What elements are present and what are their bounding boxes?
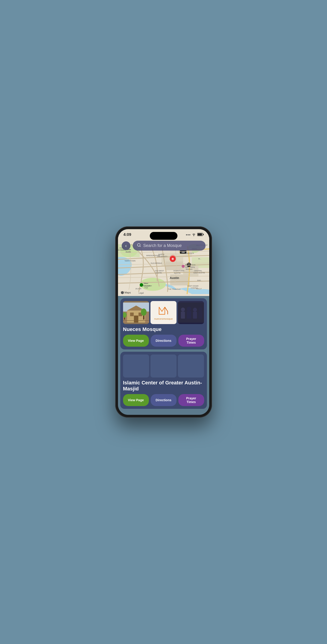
svg-text:AUSTIN: AUSTIN [174, 272, 180, 274]
svg-text:M...: M... [198, 258, 201, 260]
svg-rect-62 [130, 312, 134, 316]
svg-text:Bullock Texas: Bullock Texas [185, 264, 195, 266]
svg-rect-77 [193, 312, 197, 319]
nueces-img-people [178, 301, 204, 324]
phone-frame: 4:09 [115, 226, 212, 418]
nueces-img-building [123, 301, 149, 324]
mosque-card-nueces: nuecesmosque [120, 298, 207, 350]
mosque-card-icga: Islamic Center of Greater Austin- Masjid… [120, 352, 207, 409]
svg-text:Zilker: Zilker [144, 282, 148, 284]
icga-prayer-times-button[interactable]: Prayer Times [178, 394, 204, 406]
svg-text:UNIVERSITY: UNIVERSITY [157, 256, 167, 258]
svg-rect-75 [187, 311, 191, 318]
svg-rect-79 [199, 311, 202, 318]
svg-rect-2 [203, 234, 204, 235]
search-placeholder-text: Search for a Mosque [143, 243, 182, 248]
svg-point-72 [181, 308, 185, 312]
signal-dots [186, 234, 190, 236]
mosque-list: nuecesmosque [118, 296, 209, 415]
icga-img-2 [150, 354, 177, 378]
mosque-name-icga: Islamic Center of Greater Austin- Masjid [123, 380, 204, 392]
status-icons [186, 233, 204, 237]
svg-text:NORTH: NORTH [158, 253, 164, 256]
nueces-actions: View Page Directions Prayer Times [123, 335, 204, 347]
svg-text:EAST AUSTIN: EAST AUSTIN [194, 272, 205, 274]
svg-text:HOLLY: HOLLY [196, 288, 202, 290]
nueces-images: nuecesmosque [123, 301, 204, 324]
maps-legal-text: Legal [139, 292, 144, 294]
icga-img-3 [178, 354, 204, 378]
svg-text:CENTRAL: CENTRAL [194, 270, 202, 272]
icga-actions: View Page Directions Prayer Times [123, 394, 204, 406]
svg-text:DOWNTOWN: DOWNTOWN [173, 270, 184, 272]
wifi-icon [192, 233, 196, 237]
svg-point-66 [141, 309, 146, 316]
svg-text:OLD ENFIELD: OLD ENFIELD [150, 262, 162, 264]
status-time: 4:09 [124, 232, 131, 237]
search-input-container[interactable]: Search for a Mosque [133, 241, 206, 250]
search-icon [137, 243, 141, 248]
icga-images [123, 354, 204, 378]
maps-credit: Maps [121, 291, 131, 294]
back-button[interactable]: ‹ [122, 242, 130, 250]
svg-text:Metropolitan: Metropolitan [142, 285, 152, 287]
nueces-prayer-times-button[interactable]: Prayer Times [178, 335, 204, 347]
svg-rect-64 [134, 316, 138, 323]
svg-text:THE TRIANGLE: THE TRIANGLE [168, 288, 180, 290]
icga-directions-button[interactable]: Directions [151, 394, 177, 406]
svg-text:EAST CESAR: EAST CESAR [187, 285, 198, 287]
svg-point-50 [182, 265, 185, 268]
nueces-directions-button[interactable]: Directions [151, 335, 177, 347]
svg-text:AUSTIN: AUSTIN [155, 272, 162, 274]
svg-text:ZILKER: ZILKER [135, 288, 142, 290]
svg-point-78 [199, 307, 202, 311]
mosque-name-nueces: Nueces Mosque [123, 326, 204, 332]
svg-text:TARRYTOWN: TARRYTOWN [124, 260, 136, 262]
svg-point-76 [193, 308, 197, 312]
svg-text:EAS...: EAS... [197, 280, 202, 282]
svg-point-74 [187, 307, 191, 311]
battery-icon [197, 233, 204, 237]
search-bar: ‹ Search for a Mosque [122, 241, 206, 250]
nueces-img-logo: nuecesmosque [150, 301, 177, 324]
svg-rect-73 [181, 312, 185, 319]
svg-text:HANCOCK: HANCOCK [185, 252, 194, 254]
icga-view-page-button[interactable]: View Page [123, 394, 149, 406]
phone-screen: 4:09 [118, 229, 209, 415]
svg-text:Austin: Austin [170, 276, 179, 280]
svg-text:Museum: Museum [186, 268, 192, 270]
svg-marker-70 [159, 307, 165, 314]
nueces-view-page-button[interactable]: View Page [123, 335, 149, 347]
svg-text:Park: Park [145, 287, 148, 289]
svg-text:OLD WEST: OLD WEST [155, 270, 164, 272]
nueces-logo-text: nuecesmosque [154, 318, 173, 320]
icga-img-1 [123, 354, 149, 378]
svg-rect-1 [197, 233, 202, 236]
back-chevron-icon: ‹ [125, 243, 127, 248]
svg-text:State History: State History [185, 266, 195, 268]
maps-label: Maps [125, 291, 131, 294]
dynamic-island [150, 232, 177, 240]
